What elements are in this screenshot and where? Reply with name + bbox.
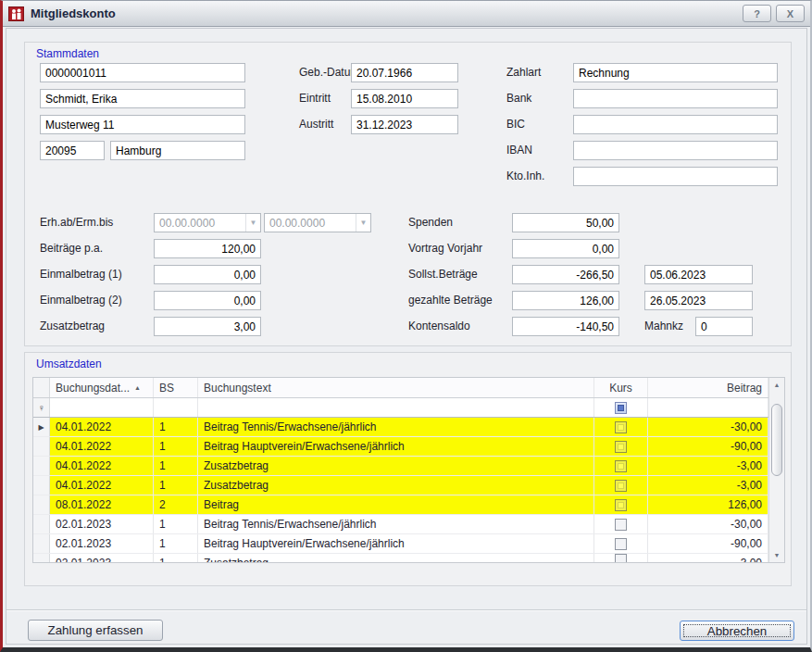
cell-kurs[interactable]	[594, 418, 648, 436]
cell-buchungsdatum[interactable]: 04.01.2022	[50, 418, 154, 436]
bic-field[interactable]	[573, 115, 778, 134]
scrollbar-down-icon[interactable]: ▼	[769, 552, 784, 558]
cell-bs[interactable]: 2	[154, 495, 198, 514]
table-row[interactable]: 04.01.2022 1 Beitrag Hauptverein/Erwachs…	[33, 437, 768, 457]
iban-field[interactable]	[573, 141, 778, 160]
kurs-checkbox[interactable]	[615, 499, 627, 511]
cell-buchungstext[interactable]: Zusatzbetrag	[198, 554, 594, 562]
kto-inh-field[interactable]	[573, 167, 778, 186]
scrollbar-thumb[interactable]	[771, 404, 782, 476]
chevron-down-icon[interactable]: ▼	[245, 214, 260, 232]
cell-beitrag[interactable]: -30,00	[648, 515, 768, 533]
cell-buchungstext[interactable]: Beitrag Tennis/Erwachsene/jährlich	[198, 418, 594, 436]
table-row[interactable]: 02.01.2023 1 Zusatzbetrag -3,00	[33, 554, 768, 562]
kurs-filter-checkbox[interactable]	[615, 402, 627, 414]
filter-cell-text[interactable]	[198, 398, 594, 417]
umsatz-filter-row[interactable]: ♀	[33, 398, 768, 418]
kurs-checkbox[interactable]	[615, 519, 627, 531]
cell-bs[interactable]: 1	[154, 554, 198, 562]
cell-buchungstext[interactable]: Beitrag Hauptverein/Erwachsene/jährlich	[198, 437, 594, 456]
cell-buchungsdatum[interactable]: 04.01.2022	[50, 437, 154, 456]
member-id-field[interactable]	[40, 63, 245, 82]
cell-buchungstext[interactable]: Beitrag Tennis/Erwachsene/jährlich	[198, 515, 594, 533]
street-field[interactable]	[40, 115, 245, 134]
einmalbetrag1-field[interactable]	[154, 265, 261, 284]
cell-kurs[interactable]	[594, 515, 648, 533]
cell-buchungsdatum[interactable]: 02.01.2023	[50, 534, 154, 553]
cell-buchungsdatum[interactable]: 04.01.2022	[50, 476, 154, 495]
cell-beitrag[interactable]: -3,00	[648, 476, 768, 495]
cell-bs[interactable]: 1	[154, 515, 198, 533]
column-header-beitrag[interactable]: Beitrag	[648, 378, 768, 397]
geb-datum-field[interactable]	[351, 63, 458, 82]
cell-buchungstext[interactable]: Zusatzbetrag	[198, 476, 594, 495]
beitraege-pa-field[interactable]	[154, 239, 261, 258]
close-button[interactable]: X	[776, 5, 805, 22]
austritt-field[interactable]	[351, 115, 458, 134]
table-row[interactable]: ▶ 04.01.2022 1 Beitrag Tennis/Erwachsene…	[33, 418, 768, 437]
filter-cell-datum[interactable]	[50, 398, 154, 417]
cell-beitrag[interactable]: 126,00	[648, 495, 768, 514]
member-name-field[interactable]	[40, 89, 245, 108]
table-row[interactable]: 08.01.2022 2 Beitrag 126,00	[33, 495, 768, 515]
kurs-checkbox[interactable]	[615, 441, 627, 453]
cell-buchungsdatum[interactable]: 04.01.2022	[50, 457, 154, 475]
abbrechen-button[interactable]: Abbrechen	[680, 621, 794, 641]
zahlart-field[interactable]	[573, 63, 778, 82]
cell-buchungstext[interactable]: Beitrag	[198, 495, 594, 514]
table-row[interactable]: 02.01.2023 1 Beitrag Tennis/Erwachsene/j…	[33, 515, 768, 534]
cell-kurs[interactable]	[594, 437, 648, 456]
cell-bs[interactable]: 1	[154, 534, 198, 553]
cell-kurs[interactable]	[594, 495, 648, 514]
vortrag-vorjahr-field[interactable]	[512, 239, 619, 258]
spenden-field[interactable]	[512, 213, 619, 232]
cell-beitrag[interactable]: -90,00	[648, 437, 768, 456]
kurs-checkbox[interactable]	[615, 480, 627, 492]
gezahlte-datum-field[interactable]	[644, 291, 753, 310]
help-button[interactable]: ?	[743, 5, 771, 22]
cell-bs[interactable]: 1	[154, 476, 198, 495]
erh-ab-combo[interactable]: 00.00.0000 ▼	[154, 213, 261, 232]
kurs-checkbox[interactable]	[615, 554, 627, 562]
kurs-checkbox[interactable]	[615, 538, 627, 550]
cell-beitrag[interactable]: -3,00	[648, 554, 768, 562]
erm-bis-combo[interactable]: 00.00.0000 ▼	[264, 213, 371, 232]
eintritt-field[interactable]	[351, 89, 458, 108]
sollst-datum-field[interactable]	[644, 265, 753, 284]
zahlung-erfassen-button[interactable]: Zahlung erfassen	[28, 620, 163, 641]
cell-buchungstext[interactable]: Beitrag Hauptverein/Erwachsene/jährlich	[198, 534, 594, 553]
mahnkz-field[interactable]	[695, 317, 753, 336]
cell-bs[interactable]: 1	[154, 437, 198, 456]
zip-field[interactable]	[40, 141, 105, 160]
column-header-kurs[interactable]: Kurs	[594, 378, 648, 397]
scrollbar-up-icon[interactable]: ▲	[769, 382, 784, 388]
kurs-checkbox[interactable]	[615, 460, 627, 472]
kurs-checkbox[interactable]	[615, 421, 627, 433]
cell-beitrag[interactable]: -3,00	[648, 457, 768, 475]
cell-buchungsdatum[interactable]: 02.01.2023	[50, 554, 154, 562]
table-row[interactable]: 04.01.2022 1 Zusatzbetrag -3,00	[33, 476, 768, 495]
city-field[interactable]	[110, 141, 245, 160]
cell-bs[interactable]: 1	[154, 457, 198, 475]
filter-cell-bs[interactable]	[154, 398, 198, 417]
cell-beitrag[interactable]: -30,00	[648, 418, 768, 436]
filter-cell-betrag[interactable]	[648, 398, 768, 417]
cell-kurs[interactable]	[594, 554, 648, 562]
cell-buchungstext[interactable]: Zusatzbetrag	[198, 457, 594, 475]
bank-field[interactable]	[573, 89, 778, 108]
table-row[interactable]: 04.01.2022 1 Zusatzbetrag -3,00	[33, 457, 768, 476]
cell-kurs[interactable]	[594, 476, 648, 495]
cell-beitrag[interactable]: -90,00	[648, 534, 768, 553]
zusatzbetrag-field[interactable]	[154, 317, 261, 336]
cell-kurs[interactable]	[594, 534, 648, 553]
column-header-buchungstext[interactable]: Buchungstext	[198, 378, 594, 397]
table-row[interactable]: 02.01.2023 1 Beitrag Hauptverein/Erwachs…	[33, 534, 768, 554]
gezahlte-betraege-field[interactable]	[512, 291, 619, 310]
grid-vertical-scrollbar[interactable]: ▲ ▼	[768, 378, 784, 562]
cell-buchungsdatum[interactable]: 02.01.2023	[50, 515, 154, 533]
column-header-bs[interactable]: BS	[154, 378, 198, 397]
column-header-buchungsdatum[interactable]: Buchungsdat... ▲	[50, 378, 154, 397]
cell-bs[interactable]: 1	[154, 418, 198, 436]
chevron-down-icon[interactable]: ▼	[356, 214, 370, 232]
filter-cell-kurs[interactable]	[594, 398, 648, 417]
